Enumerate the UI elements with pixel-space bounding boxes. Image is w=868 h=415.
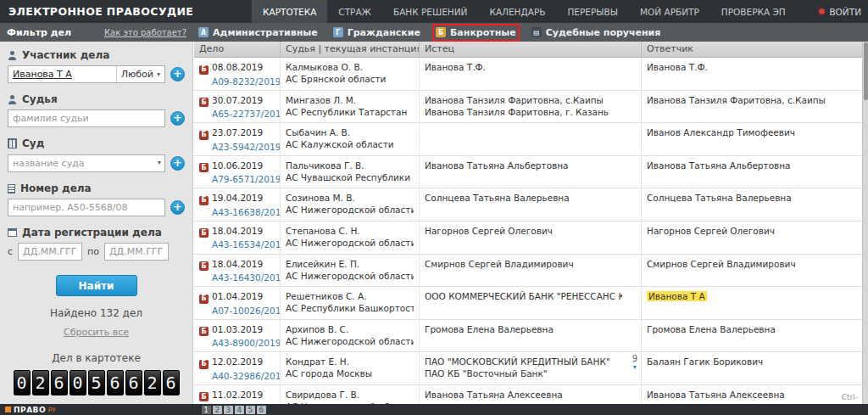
reset-all-link[interactable]: Сбросить все [8,327,185,338]
chevron-down-icon: ▾ [157,70,160,78]
case-number-link[interactable]: А23-5942/2019 [212,141,275,153]
defendant-name: Солнцева Татьяна Валерьевна [647,193,792,203]
defendant-name: Иванова Танзиля Фаритовна, с.Каипы [647,95,826,105]
participant-input[interactable]: Иванова Т А Любой ▾ [8,65,165,83]
participant-label: Участник дела [22,49,109,61]
judge-name: Свиридова Г. В. [286,389,414,401]
case-type-tab[interactable]: ▤Судебные поручения [531,27,661,38]
scrollbar-thumb[interactable] [864,42,868,100]
counter-digit: 0 [70,370,86,395]
add-participant-button[interactable]: + [170,67,185,81]
plaintiff-cell: ООО КОММЕРЧЕСКИЙ БАНК "РЕНЕССАНС КРЕДИТ" [420,287,642,319]
user-icon [8,95,17,104]
case-date: 23.07.2019 [212,127,263,137]
page-button[interactable]: 3 [224,406,233,414]
chevron-down-icon: ▾ [158,159,161,166]
page-button[interactable]: 6 [257,406,266,414]
bankruptcy-badge-icon: Б [199,327,209,336]
defendant-cell: Иванова Татьяна Альбертовна [642,156,868,188]
plaintiff-cell: ПАО "МОСКОВСКИЙ КРЕДИТНЫЙ БАНК"ПАО КБ "В… [420,352,642,384]
case-number-link[interactable]: А43-16638/2019 [212,206,275,218]
plaintiff-name: Иванова Татьяна Альбертовна [425,160,622,171]
participant-value[interactable]: Иванова Т А [8,69,116,80]
nav-item[interactable]: КАЛЕНДАРЬ [478,0,556,23]
defendant-cell: Иванова Татьяна Алексеевна [642,385,868,404]
case-number-link[interactable]: А43-16534/2019 [212,238,275,250]
top-nav: КАРТОТЕКАСТРАЖБАНК РЕШЕНИЙКАЛЕНДАРЬПЕРЕР… [252,0,797,23]
bankruptcy-cases-icon: Б [436,27,446,37]
plaintiff-cell: Иванова Татьяна Альбертовна [420,156,642,188]
bankruptcy-badge-icon: Б [199,98,209,107]
counter-digit: 6 [125,370,142,395]
bankruptcy-badge-icon: Б [199,131,209,140]
nav-item[interactable]: ПЕРЕРЫВЫ [556,0,629,23]
bankruptcy-badge-icon: Б [199,392,209,401]
defendant-name: Иванова Татьяна Альбертовна [647,160,791,171]
table-row: Б30.07.2019А65-22737/2019Мингазов Л. М.А… [194,91,868,124]
filter-sidebar: Участник дела Иванова Т А Любой ▾ + Судь… [0,42,193,404]
how-it-works-link[interactable]: Как это работает? [104,28,186,37]
court-name: АС Калужской области [286,138,414,150]
case-date: 18.04.2019 [212,226,263,236]
case-number-link[interactable]: А79-6571/2019 [212,173,275,185]
add-judge-button[interactable]: + [170,111,185,126]
page-button[interactable]: 4 [235,406,244,414]
judge-name: Архипов В. С. [286,323,414,335]
case-top: Б23.07.2019 [199,126,275,140]
court-name: АС Чувашской Республики [286,171,414,183]
administrative-cases-icon: А [198,27,209,37]
related-count: 9 [632,355,637,363]
table-row: Б08.08.2019А09-8232/2019Калмыкова О. В.А… [194,58,868,91]
defendant-cell: Солнцева Татьяна Валерьевна [642,188,868,221]
case-type-tab[interactable]: ББанкротные [436,27,516,38]
add-case-number-button[interactable]: + [170,200,185,215]
table-body: Б08.08.2019А09-8232/2019Калмыкова О. В.А… [194,58,868,404]
plaintiff-cell: Нагорнов Сергей Олегович [420,222,642,254]
nav-item[interactable]: СТРАЖ [327,0,382,23]
judge-cell: Архипов В. С.АС Нижегородской области [281,320,420,352]
date-from-input[interactable] [18,243,82,261]
case-type-tabs: ААдминистративныеГГражданскиеББанкротные… [193,27,660,38]
case-type-tab[interactable]: ААдминистративные [198,27,318,38]
case-number-link[interactable]: А65-22737/2019 [212,108,275,120]
case-date: 01.03.2019 [212,324,263,334]
case-number-link[interactable]: А40-32986/2019 [212,370,275,382]
case-cell: Б11.02.2019А43- [194,385,281,404]
nav-item[interactable]: ПРОВЕРКА ЭП [710,0,797,23]
judge-name: Решетников С. А. [286,290,414,302]
case-number-link[interactable]: А09-8232/2019 [212,76,275,87]
page-button[interactable]: 1 [202,406,211,414]
plaintiff-name: Иванова Танзиля Фаритовна, г. Казань [425,106,622,118]
date-to-input[interactable] [104,243,169,261]
table-row: Б18.04.2019А43-16534/2019Степанова С. Н.… [194,222,868,255]
case-number-link[interactable]: А43-8900/2019 [212,337,275,349]
defendant-cell: Нагорнов Сергей Олегович [642,222,868,254]
defendant-cell: Иванов Александр Тимофеевич [642,123,868,155]
nav-item[interactable]: КАРТОТЕКА [252,0,327,23]
case-number-link[interactable]: А43-16430/2019 [212,272,275,283]
case-top: Б18.04.2019 [199,258,275,272]
registration-date-section: Дата регистрации дела с по [8,227,185,261]
pravo-logo: ПРАВО ру [5,406,56,414]
counter-digit: 6 [51,370,68,395]
case-type-tab[interactable]: ГГражданские [333,27,420,38]
case-top: Б10.06.2019 [199,160,275,173]
search-button[interactable]: Найти [56,275,137,296]
court-input[interactable] [8,154,165,172]
add-court-button[interactable]: + [170,156,185,171]
case-number-link[interactable]: А07-10026/2019 [212,305,275,317]
judge-input[interactable] [8,109,165,127]
table-row: Б01.03.2019А43-8900/2019Архипов В. С.АС … [194,320,868,353]
related-count-badge[interactable]: 9▾ [632,355,637,372]
page-button[interactable]: 2 [213,406,222,414]
login-button[interactable]: ВОЙТИ [819,0,861,23]
counter-digit: 6 [163,370,180,395]
page-button[interactable]: 5 [246,406,255,414]
table-row: Б11.02.2019А43-Свиридова Г. В.АС Нижегор… [194,385,868,404]
nav-item[interactable]: МОЙ АРБИТР [629,0,710,23]
case-number-input[interactable] [8,199,165,216]
court-name: АС Нижегородской области [286,204,414,216]
nav-item[interactable]: БАНК РЕШЕНИЙ [382,0,479,23]
scrollbar[interactable] [862,42,868,404]
participant-role-select[interactable]: Любой ▾ [116,66,164,82]
